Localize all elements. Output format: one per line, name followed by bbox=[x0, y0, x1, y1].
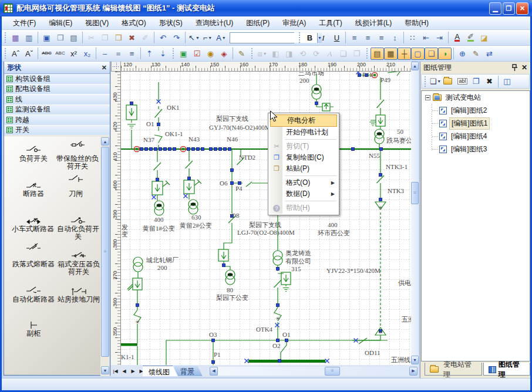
grid-toggle[interactable]: ▦ bbox=[384, 48, 398, 60]
canvas-scroll-thumb[interactable] bbox=[411, 182, 419, 204]
menu-item-9[interactable]: 工具(T) bbox=[312, 16, 348, 30]
menu-item-8[interactable]: 审批(A) bbox=[276, 16, 312, 30]
menu-item-11[interactable]: 帮助(H) bbox=[398, 16, 435, 30]
copy-drawing-button[interactable]: ❐ bbox=[469, 75, 483, 87]
tree-item-drawing-3[interactable]: [编辑]图纸4 bbox=[422, 130, 530, 143]
sheet-tab-1[interactable]: 馈线图 bbox=[143, 366, 178, 376]
tree-item-drawing-1[interactable]: [编辑]图纸2 bbox=[422, 104, 530, 117]
shape-category-5[interactable]: 跨越 bbox=[4, 115, 110, 126]
export-drawing-button[interactable]: ◫ bbox=[500, 75, 514, 87]
space-before-button[interactable]: ⇡ bbox=[143, 48, 156, 60]
drawing-canvas[interactable]: ✳✳✳✳ 三鸟市场200P41P4950跌马赛公变N55NTK3-1NTK3OK… bbox=[121, 72, 411, 365]
strikethrough-button[interactable]: ABC bbox=[40, 48, 53, 60]
context-item-9[interactable]: 数据(D)▶ bbox=[270, 188, 338, 200]
shape-item-station-ground-knife[interactable]: 站房接地刀闸 bbox=[56, 286, 101, 303]
dynamic-grid-toggle[interactable]: ◑ bbox=[438, 48, 452, 60]
canvas-vertical-scrollbar[interactable]: ▲▼ bbox=[411, 61, 419, 365]
print-preview-button[interactable]: ❒ bbox=[53, 32, 67, 44]
shape-item-box-transformer-switch[interactable]: 箱式变压器负荷开关 bbox=[56, 251, 101, 276]
sheet-nav-1[interactable]: |◀ bbox=[111, 366, 120, 376]
scroll-up-icon[interactable]: ▲ bbox=[101, 137, 109, 146]
shape-category-2[interactable]: 配电设备组 bbox=[4, 85, 110, 95]
manager-tab-2[interactable]: 图纸管理 bbox=[483, 363, 530, 376]
scroll-thumb[interactable] bbox=[101, 147, 109, 357]
shapes-panel-close-icon[interactable]: ✕ bbox=[102, 64, 107, 72]
shape-item-knife-switch[interactable]: 刀闸 bbox=[55, 174, 96, 198]
stamp-button[interactable]: ◈ bbox=[217, 48, 231, 60]
subscript-button[interactable]: x₂ bbox=[80, 48, 94, 60]
shape-category-3[interactable]: 线 bbox=[4, 94, 110, 105]
tree-root-substation[interactable]: 测试变电站 bbox=[422, 91, 530, 104]
manager-tab-1[interactable]: 变电站管理 bbox=[425, 363, 482, 376]
guides-toggle[interactable]: ┼ bbox=[398, 48, 411, 60]
menu-item-5[interactable]: 形状(S) bbox=[153, 16, 189, 30]
rename-drawing-button[interactable]: abl bbox=[456, 75, 469, 87]
align-left-button[interactable]: ≡ bbox=[348, 32, 361, 44]
collapse-icon[interactable] bbox=[425, 95, 430, 100]
context-item-6[interactable]: ❒粘贴(P) bbox=[270, 163, 338, 174]
sheet-nav-3[interactable]: ▶ bbox=[129, 366, 137, 376]
menu-item-2[interactable]: 编辑(E) bbox=[42, 16, 79, 30]
paste-button[interactable]: ❒ bbox=[112, 32, 125, 44]
menu-item-6[interactable]: 查询统计(U) bbox=[189, 16, 240, 30]
outdent-button[interactable]: ⇤ bbox=[419, 32, 433, 44]
bold-button[interactable]: B bbox=[303, 32, 316, 44]
shape-item-trolley-breaker[interactable]: 小车式断路器 bbox=[10, 216, 56, 233]
tree-item-drawing-4[interactable]: [编辑]图纸3 bbox=[422, 143, 530, 156]
tree-item-drawing-2[interactable]: [编辑]图纸1 bbox=[422, 117, 530, 130]
menu-item-1[interactable]: 文件(F) bbox=[6, 16, 42, 30]
shape-item-side-cabinet[interactable]: 副柜 bbox=[13, 319, 54, 337]
ruler-toggle[interactable]: ▤ bbox=[371, 48, 384, 60]
device-view-button[interactable]: ▣ bbox=[177, 48, 190, 60]
h-scroll-thumb[interactable] bbox=[325, 367, 340, 376]
panel-close-icon[interactable]: ✕ bbox=[521, 63, 527, 72]
new-drawing-button[interactable]: ❏▼ bbox=[429, 75, 442, 87]
bullets-button[interactable]: ∷ bbox=[406, 32, 419, 44]
shape-category-1[interactable]: 构筑设备组 bbox=[4, 74, 110, 85]
fill-color-button[interactable]: ◪ bbox=[477, 32, 491, 44]
title-bar[interactable]: 配电网络可视化管理系统 编辑馈线图 “图纸1” - 测试变电站 ▁ ❐ ✕ bbox=[0, 0, 532, 16]
sheet-tab-2[interactable]: 背景 bbox=[174, 366, 203, 376]
open-drawing-button[interactable] bbox=[442, 75, 456, 87]
shape-item-auto-breaker[interactable]: 自动化断路器 bbox=[11, 285, 56, 303]
shape-item-load-switch[interactable]: 负荷开关 bbox=[13, 144, 54, 163]
space-after-button[interactable]: ⇣ bbox=[156, 48, 170, 60]
line-spacing-1-button[interactable]: – bbox=[98, 48, 112, 60]
delete-button[interactable]: ✖ bbox=[125, 32, 139, 44]
connector-tool-button[interactable]: ⌐▼ bbox=[201, 32, 214, 44]
shape-category-6[interactable]: 开关 bbox=[4, 126, 110, 136]
minimize-button[interactable]: ▁ bbox=[489, 2, 501, 15]
h-scroll-track[interactable] bbox=[218, 367, 409, 376]
redo-button[interactable]: ↷ bbox=[170, 32, 183, 44]
search-drawing-button[interactable]: ◉ bbox=[204, 48, 217, 60]
approval-form-button[interactable]: ☑ bbox=[190, 48, 204, 60]
shapes-scrollbar[interactable]: ▲▼ bbox=[100, 136, 110, 376]
line-spacing-15-button[interactable]: = bbox=[112, 48, 125, 60]
scroll-down-icon[interactable]: ▼ bbox=[101, 366, 109, 374]
h-scroll-left-icon[interactable]: ◀ bbox=[210, 367, 218, 376]
undo-button[interactable]: ↶ bbox=[156, 32, 170, 44]
align-center-button[interactable]: ≡ bbox=[361, 32, 375, 44]
menu-item-7[interactable]: 图纸(P) bbox=[240, 16, 276, 30]
report-table-button[interactable]: ▥ bbox=[22, 32, 36, 44]
highlight-color-button[interactable]: ✐ bbox=[464, 32, 477, 44]
menu-item-4[interactable]: 格式(O) bbox=[115, 16, 152, 30]
underline-button[interactable]: U bbox=[330, 32, 344, 44]
connection-points-toggle[interactable]: ▢ bbox=[411, 48, 425, 60]
italic-button[interactable]: I bbox=[316, 32, 330, 44]
pin-icon[interactable] bbox=[511, 64, 518, 72]
delete-drawing-button[interactable]: ✖ bbox=[483, 75, 496, 87]
restore-button[interactable]: ❐ bbox=[503, 2, 515, 15]
size-position-button[interactable]: ⇄ bbox=[483, 48, 496, 60]
font-color-button[interactable]: A bbox=[450, 32, 464, 44]
vertical-align-button[interactable]: ↕ bbox=[388, 32, 402, 44]
menu-item-10[interactable]: 线损计算(L) bbox=[349, 16, 399, 30]
diagram-settings-button[interactable]: ▦ bbox=[9, 32, 22, 44]
menu-item-3[interactable]: 视图(V) bbox=[79, 16, 115, 30]
page-properties-button[interactable]: ✎ bbox=[469, 48, 483, 60]
clear-strike-button[interactable]: ABC bbox=[53, 48, 67, 60]
indent-button[interactable]: ⇥ bbox=[433, 32, 446, 44]
context-item-8[interactable]: 格式(O)▶ bbox=[270, 177, 338, 188]
close-button[interactable]: ✕ bbox=[516, 2, 528, 15]
shape-item-fuse-load-switch[interactable]: 带保险丝的负荷开关 bbox=[55, 140, 100, 170]
